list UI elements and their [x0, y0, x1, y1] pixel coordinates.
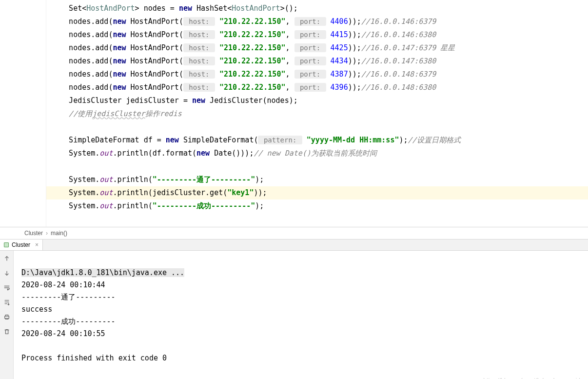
- console-line: ---------通了---------: [21, 293, 116, 301]
- svg-rect-0: [4, 316, 9, 318]
- arrow-up-icon[interactable]: [3, 255, 11, 262]
- breadcrumb-item[interactable]: Cluster: [24, 230, 43, 237]
- console-line: Process finished with exit code 0: [21, 354, 167, 362]
- console-toolbar: [0, 251, 14, 379]
- close-icon[interactable]: ×: [35, 241, 39, 248]
- console-output[interactable]: D:\Java\jdk1.8.0_181\bin\java.exe ... 20…: [14, 251, 588, 379]
- scroll-to-end-icon[interactable]: [3, 299, 11, 306]
- soft-wrap-icon[interactable]: [3, 284, 11, 292]
- console-panel: D:\Java\jdk1.8.0_181\bin\java.exe ... 20…: [0, 251, 588, 379]
- arrow-down-icon[interactable]: [3, 269, 11, 277]
- breadcrumb-item[interactable]: main(): [51, 230, 67, 237]
- run-tab-cluster[interactable]: Cluster ×: [0, 239, 43, 250]
- console-line: 2020-08-24 00:10:44: [21, 280, 105, 289]
- console-line: ---------成功---------: [21, 317, 116, 326]
- print-icon[interactable]: [3, 313, 11, 321]
- console-line: 2020-08-24 00:10:55: [21, 329, 105, 338]
- breadcrumb[interactable]: Cluster › main(): [0, 227, 588, 239]
- editor-gutter: [0, 0, 46, 227]
- trash-icon[interactable]: [3, 328, 11, 336]
- run-tab-label: Cluster: [12, 241, 30, 248]
- watermark: https://blog.csdn.net/lrdevolcqzyxynjds: [483, 375, 583, 379]
- console-line: success: [21, 305, 52, 314]
- chevron-right-icon: ›: [46, 230, 48, 237]
- code-content[interactable]: Set<HostAndPort> nodes = new HashSet<Hos…: [46, 0, 588, 227]
- console-command: D:\Java\jdk1.8.0_181\bin\java.exe ...: [21, 268, 184, 277]
- run-tabs-bar: Cluster ×: [0, 239, 588, 251]
- code-editor[interactable]: Set<HostAndPort> nodes = new HashSet<Hos…: [0, 0, 588, 227]
- run-config-icon: [4, 242, 9, 247]
